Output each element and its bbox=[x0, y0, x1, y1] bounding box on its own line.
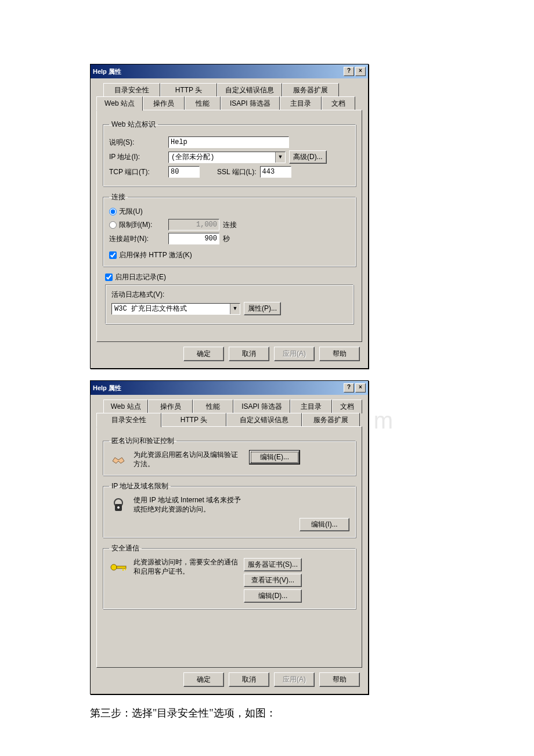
ssl-port-input[interactable] bbox=[260, 166, 291, 178]
dialog-title: Help 属性 bbox=[93, 67, 342, 76]
step-caption: 第三步：选择"目录安全性"选项，如图： bbox=[90, 706, 534, 720]
tab-Web 站点[interactable]: Web 站点 bbox=[103, 399, 148, 413]
tab-操作员[interactable]: 操作员 bbox=[143, 96, 185, 110]
tab-主目录[interactable]: 主目录 bbox=[280, 96, 322, 110]
view-cert-button[interactable]: 查看证书(V)... bbox=[244, 574, 302, 587]
tab-ISAPI 筛选器[interactable]: ISAPI 筛选器 bbox=[233, 399, 290, 413]
tab-HTTP 头[interactable]: HTTP 头 bbox=[160, 83, 217, 97]
edit-ip-button[interactable]: 编辑(I)... bbox=[300, 518, 349, 531]
lock-icon bbox=[109, 496, 128, 514]
properties-dialog-1: Help 属性 ? × 目录安全性HTTP 头自定义错误信息服务器扩展 Web … bbox=[90, 64, 369, 369]
apply-button[interactable]: 应用(A) bbox=[274, 672, 315, 687]
group-legend: 连接 bbox=[109, 192, 128, 202]
tab-目录安全性[interactable]: 目录安全性 bbox=[103, 83, 160, 97]
tab-服务器扩展[interactable]: 服务器扩展 bbox=[302, 413, 360, 427]
server-cert-button[interactable]: 服务器证书(S)... bbox=[244, 558, 302, 571]
label-ip: IP 地址(I): bbox=[109, 152, 165, 162]
close-icon[interactable]: × bbox=[355, 67, 366, 76]
tab-panel-website: Web 站点标识 说明(S): IP 地址(I): (全部未分配) ▼ 高级(D… bbox=[96, 110, 362, 342]
svg-rect-6 bbox=[125, 568, 126, 570]
handshake-icon bbox=[109, 451, 128, 469]
tab-操作员[interactable]: 操作员 bbox=[148, 399, 193, 413]
group-site-id: Web 站点标识 说明(S): IP 地址(I): (全部未分配) ▼ 高级(D… bbox=[103, 120, 356, 186]
tab-主目录[interactable]: 主目录 bbox=[290, 399, 331, 413]
watermark: m bbox=[374, 408, 394, 434]
tab-自定义错误信息[interactable]: 自定义错误信息 bbox=[226, 413, 302, 427]
tab-目录安全性[interactable]: 目录安全性 bbox=[96, 413, 161, 427]
tab-HTTP 头[interactable]: HTTP 头 bbox=[161, 413, 226, 427]
group-text: 使用 IP 地址或 Internet 域名来授予或拒绝对此资源的访问。 bbox=[134, 496, 244, 514]
dialog-title: Help 属性 bbox=[93, 384, 342, 393]
tab-性能[interactable]: 性能 bbox=[193, 399, 233, 413]
combo-text: W3C 扩充日志文件格式 bbox=[112, 304, 230, 314]
dialog-buttons: 确定 取消 应用(A) 帮助 bbox=[96, 342, 362, 362]
edit-secure-button[interactable]: 编辑(D)... bbox=[244, 589, 302, 603]
radio-limit-to[interactable]: 限制到(M): bbox=[109, 220, 165, 230]
cancel-button[interactable]: 取消 bbox=[229, 672, 269, 687]
group-secure-comm: 安全通信 此资源被访问时，需要安全的通信和启用客户证书。 服务器证书(S)...… bbox=[103, 543, 356, 609]
group-legend: 安全通信 bbox=[109, 543, 142, 553]
apply-button[interactable]: 应用(A) bbox=[274, 347, 315, 361]
group-connection: 连接 无限(U) 限制到(M): 连接 连接超时(N): 秒 bbox=[103, 192, 356, 267]
label-ssl-port: SSL 端口(L): bbox=[217, 167, 257, 177]
description-input[interactable] bbox=[168, 136, 289, 148]
ip-address-combo[interactable]: (全部未分配) ▼ bbox=[168, 152, 286, 163]
group-anon-access: 匿名访问和验证控制 为此资源启用匿名访问及编辑验证方法。 编辑(E)... bbox=[103, 436, 356, 476]
tcp-port-input[interactable] bbox=[168, 166, 200, 178]
help-icon[interactable]: ? bbox=[344, 67, 354, 76]
svg-point-2 bbox=[117, 506, 120, 509]
tab-文档[interactable]: 文档 bbox=[322, 96, 355, 110]
ok-button[interactable]: 确定 bbox=[183, 347, 224, 361]
titlebar[interactable]: Help 属性 ? × bbox=[91, 381, 368, 395]
label-tcp-port: TCP 端口(T): bbox=[109, 167, 165, 177]
help-icon[interactable]: ? bbox=[344, 383, 354, 393]
tab-服务器扩展[interactable]: 服务器扩展 bbox=[282, 83, 339, 97]
label-description: 说明(S): bbox=[109, 138, 165, 147]
chevron-down-icon[interactable]: ▼ bbox=[230, 304, 240, 314]
tab-panel-dir-security: 匿名访问和验证控制 为此资源启用匿名访问及编辑验证方法。 编辑(E)... IP… bbox=[96, 426, 362, 668]
group-text: 此资源被访问时，需要安全的通信和启用客户证书。 bbox=[134, 558, 238, 576]
ok-button[interactable]: 确定 bbox=[183, 672, 224, 687]
log-format-combo[interactable]: W3C 扩充日志文件格式 ▼ bbox=[111, 303, 240, 315]
group-legend: Web 站点标识 bbox=[109, 120, 158, 129]
checkbox-enable-log[interactable]: 启用日志记录(E) bbox=[105, 272, 353, 282]
close-icon[interactable]: × bbox=[355, 383, 366, 393]
cancel-button[interactable]: 取消 bbox=[229, 347, 269, 361]
checkbox-keepalive[interactable]: 启用保持 HTTP 激活(K) bbox=[109, 250, 349, 260]
svg-point-3 bbox=[111, 564, 117, 570]
advanced-button[interactable]: 高级(D)... bbox=[289, 150, 327, 164]
radio-unlimited[interactable]: 无限(U) bbox=[109, 207, 349, 217]
properties-dialog-2: Help 属性 ? × m Web 站点操作员性能ISAPI 筛选器主目录文档 … bbox=[90, 380, 369, 694]
tab-strip: 目录安全性HTTP 头自定义错误信息服务器扩展 Web 站点操作员性能ISAPI… bbox=[96, 83, 362, 110]
group-text: 为此资源启用匿名访问及编辑验证方法。 bbox=[134, 451, 244, 469]
group-ip-restrict: IP 地址及域名限制 使用 IP 地址或 Internet 域名来授予或拒绝对此… bbox=[103, 481, 356, 538]
combo-text: (全部未分配) bbox=[169, 152, 275, 163]
svg-rect-4 bbox=[117, 566, 126, 568]
tab-ISAPI 筛选器[interactable]: ISAPI 筛选器 bbox=[221, 96, 280, 110]
log-properties-button[interactable]: 属性(P)... bbox=[244, 302, 281, 315]
label-unit: 秒 bbox=[223, 234, 230, 244]
label-timeout: 连接超时(N): bbox=[109, 234, 165, 244]
tab-Web 站点[interactable]: Web 站点 bbox=[96, 96, 143, 111]
titlebar[interactable]: Help 属性 ? × bbox=[91, 64, 368, 78]
timeout-input[interactable] bbox=[168, 233, 219, 244]
tab-性能[interactable]: 性能 bbox=[185, 96, 221, 110]
group-legend: 匿名访问和验证控制 bbox=[109, 436, 176, 446]
key-icon bbox=[109, 558, 128, 577]
edit-auth-button[interactable]: 编辑(E)... bbox=[250, 451, 300, 464]
tab-自定义错误信息[interactable]: 自定义错误信息 bbox=[217, 83, 282, 97]
limit-input bbox=[168, 219, 219, 231]
label-log-format: 活动日志格式(V): bbox=[111, 290, 347, 300]
group-logging: 启用日志记录(E) 活动日志格式(V): W3C 扩充日志文件格式 ▼ 属性(P… bbox=[103, 272, 356, 330]
help-button[interactable]: 帮助 bbox=[319, 347, 360, 361]
tab-文档[interactable]: 文档 bbox=[332, 399, 362, 413]
chevron-down-icon[interactable]: ▼ bbox=[275, 152, 285, 163]
dialog-buttons: 确定 取消 应用(A) 帮助 bbox=[96, 668, 362, 688]
svg-rect-5 bbox=[122, 568, 124, 571]
label-unit: 连接 bbox=[223, 220, 237, 230]
tab-strip: Web 站点操作员性能ISAPI 筛选器主目录文档 目录安全性HTTP 头自定义… bbox=[96, 399, 362, 427]
group-legend: IP 地址及域名限制 bbox=[109, 481, 171, 491]
help-button[interactable]: 帮助 bbox=[319, 672, 360, 687]
